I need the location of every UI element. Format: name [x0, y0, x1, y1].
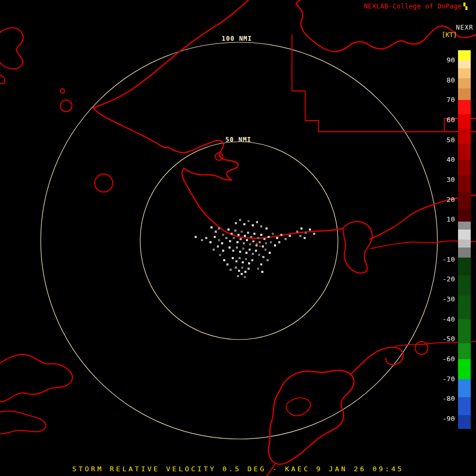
colorbar-segment	[458, 208, 471, 222]
colorbar-tick: 40	[433, 155, 455, 163]
radar-echo	[239, 219, 241, 221]
radar-echo	[235, 267, 237, 269]
radar-echo	[285, 238, 287, 240]
radar-echo	[251, 259, 253, 261]
colorbar-segment	[458, 176, 471, 192]
radar-echo	[257, 237, 259, 239]
radar-echo	[252, 253, 254, 255]
colorbar-tick: -70	[433, 375, 455, 383]
radar-echo	[299, 235, 301, 237]
radar-echo	[249, 249, 251, 251]
radar-echo	[257, 268, 259, 270]
radar-echo	[280, 234, 282, 236]
radar-echo	[263, 238, 266, 240]
radar-echo	[241, 267, 243, 269]
radar-echo	[231, 233, 233, 235]
radar-echo	[262, 245, 264, 248]
radar-echo	[274, 244, 276, 246]
colorbar-segment	[458, 144, 471, 160]
colorbar-segment	[458, 343, 471, 360]
colorbar-tick: -10	[433, 255, 455, 263]
radar-echo	[241, 231, 243, 233]
colorbar-tick: 30	[433, 176, 455, 184]
map-outline	[0, 75, 5, 84]
radar-echo	[233, 237, 235, 239]
ring-label-100nmi: 100 NMI	[222, 35, 252, 42]
radar-echo	[270, 241, 272, 243]
radar-echo	[235, 260, 237, 262]
colorbar-tick: -80	[433, 395, 455, 402]
radar-echo	[237, 275, 239, 277]
radar-echo	[244, 235, 246, 237]
radar-echo	[252, 224, 254, 226]
radar-echo	[223, 259, 225, 261]
radar-echo	[260, 263, 262, 266]
radar-echo	[305, 232, 307, 234]
colorbar-segment	[458, 296, 471, 320]
radar-display: NEXLAB-College of DuPage▚ NEXR [KT] 9080…	[0, 0, 476, 476]
radar-echo	[266, 227, 268, 230]
radar-echo	[253, 233, 255, 235]
map-outline-circle	[95, 174, 113, 192]
colorbar-tick: 20	[433, 196, 455, 204]
radar-echo	[313, 233, 315, 235]
range-ring	[41, 42, 437, 439]
map-outline	[286, 398, 310, 416]
colorbar-tick: 50	[433, 136, 455, 144]
radar-echo	[214, 236, 216, 238]
radar-echo	[261, 271, 263, 273]
colorbar-tick: 80	[433, 76, 455, 84]
radar-echo	[210, 226, 213, 228]
radar-echo	[195, 236, 197, 238]
radar-echo	[262, 256, 264, 258]
map-outline	[351, 347, 403, 374]
colorbar-tick: -30	[433, 295, 455, 303]
colorbar-segment	[458, 222, 471, 230]
radar-echo	[239, 257, 241, 259]
radar-echo	[205, 237, 207, 239]
map-outline	[343, 222, 372, 273]
radar-echo	[219, 254, 221, 256]
colorbar-tick: 70	[433, 96, 455, 104]
radar-echo	[242, 261, 244, 263]
colorbar-segment	[458, 258, 471, 276]
radar-echo	[238, 270, 240, 272]
radar-echo	[235, 222, 237, 224]
radar-echo	[237, 234, 240, 236]
colorbar-segment	[458, 359, 471, 379]
map-outline	[0, 354, 72, 401]
radar-echo	[265, 242, 267, 244]
radar-echo	[209, 241, 212, 243]
radar-echo	[225, 237, 227, 239]
radar-echo	[215, 231, 217, 233]
colorbar-segment	[458, 78, 471, 88]
radar-echo	[230, 269, 232, 271]
radar-echo	[249, 243, 251, 245]
colorbar-tick: 10	[433, 215, 455, 223]
radar-echo	[245, 258, 247, 260]
radar-echo-red	[252, 240, 254, 241]
colorbar-segment	[458, 160, 471, 176]
radar-echo	[229, 240, 231, 242]
radar-echo	[267, 259, 269, 261]
radar-echo	[289, 235, 291, 237]
radar-echo	[248, 262, 250, 264]
radar-echo	[244, 276, 246, 278]
radar-echo	[243, 223, 245, 225]
colorbar-segment	[458, 192, 471, 208]
radar-echo	[232, 250, 234, 252]
colorbar-title: NEXR	[456, 24, 473, 31]
radar-echo	[234, 230, 236, 232]
brand-text: NEXLAB-College of DuPage	[364, 3, 462, 10]
colorbar-segment	[458, 114, 471, 129]
radar-echo	[248, 268, 250, 270]
colorbar-units: [KT]	[442, 31, 457, 39]
radar-echo	[217, 245, 219, 248]
colorbar-segment	[458, 230, 471, 240]
radar-echo	[272, 233, 274, 235]
radar-echo	[242, 248, 244, 250]
velocity-colorbar	[458, 50, 471, 429]
colorbar-segment	[458, 319, 471, 344]
radar-echo	[300, 227, 303, 230]
radar-echo	[239, 251, 241, 253]
